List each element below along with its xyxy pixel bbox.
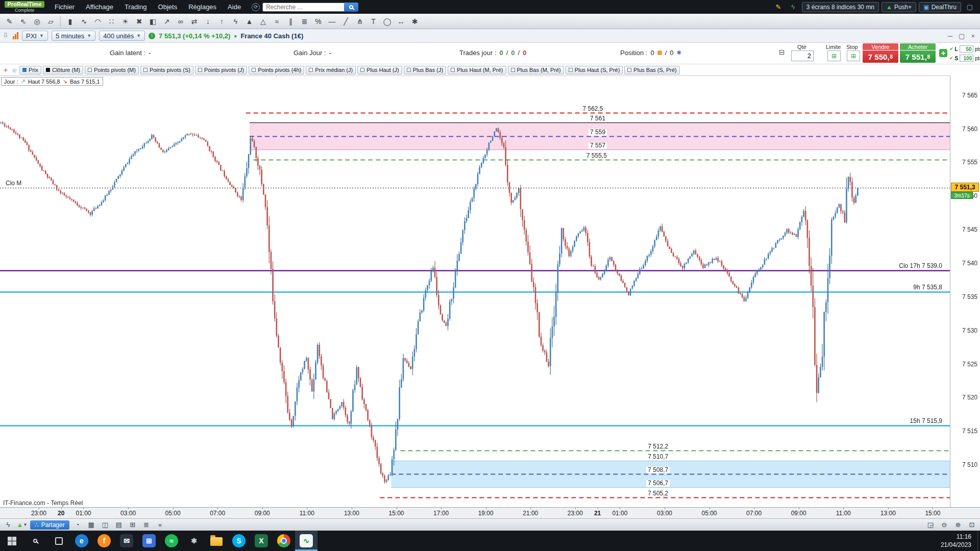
delete-objects-icon[interactable]: ✖ bbox=[133, 15, 145, 28]
excel-icon[interactable]: X bbox=[250, 531, 273, 551]
push-button[interactable]: ▲Push+ bbox=[881, 2, 916, 12]
time-axis[interactable]: 23:002001:0003:0005:0007:0009:0011:0013:… bbox=[0, 507, 980, 518]
dots-tool-icon[interactable]: ∷ bbox=[105, 15, 118, 28]
menu-item-0[interactable]: Fichier bbox=[49, 0, 80, 14]
sync-icon[interactable]: ⟳ bbox=[252, 3, 260, 11]
instrument-dropdown[interactable]: PXI▼ bbox=[22, 31, 48, 41]
indicator-tab-0[interactable]: Prix bbox=[19, 66, 41, 74]
search-input[interactable] bbox=[262, 3, 344, 12]
check-icon[interactable]: ✔ bbox=[949, 56, 953, 61]
alarm-icon[interactable]: ◔ bbox=[72, 520, 83, 530]
indicator-tab-1[interactable]: Clôture (M) bbox=[43, 66, 83, 74]
chrome-icon[interactable] bbox=[273, 531, 295, 551]
triangle-pattern-icon[interactable]: ▲ bbox=[243, 15, 256, 28]
harmonic-pattern-icon[interactable]: ◠ bbox=[91, 15, 104, 28]
close-icon[interactable]: × bbox=[971, 32, 975, 40]
zoom-tool-icon[interactable]: ◎ bbox=[31, 15, 43, 28]
tab-checkbox[interactable] bbox=[569, 68, 573, 72]
menu-item-3[interactable]: Objets bbox=[153, 0, 183, 14]
flash-icon[interactable]: ϟ bbox=[788, 2, 798, 12]
fibonacci-tool-icon[interactable]: ≣ bbox=[298, 15, 311, 28]
sell-button[interactable]: 7 550,8 bbox=[863, 51, 898, 63]
menu-item-4[interactable]: Réglages bbox=[183, 0, 222, 14]
pencil-tool-icon[interactable]: ✎ bbox=[3, 15, 16, 28]
tab-checkbox[interactable] bbox=[360, 68, 364, 72]
table-icon[interactable]: ▤ bbox=[113, 520, 125, 530]
cursor-tool-icon[interactable]: ⇖ bbox=[17, 15, 30, 28]
new-chart-icon[interactable]: ⊞ bbox=[127, 520, 138, 530]
buy-button[interactable]: 7 551,8 bbox=[900, 51, 936, 63]
trend-arrow-icon[interactable]: ↗ bbox=[160, 15, 173, 28]
tab-checkbox[interactable] bbox=[143, 68, 148, 72]
indicator-tab-8[interactable]: Plus Bas (J) bbox=[404, 66, 446, 74]
tab-search-icon[interactable]: ◎ bbox=[11, 67, 18, 73]
tab-checkbox[interactable] bbox=[198, 68, 202, 72]
eraser-tool-icon[interactable]: ▱ bbox=[44, 15, 57, 28]
order-settings-icon[interactable]: ✚ bbox=[939, 49, 947, 57]
menu-item-1[interactable]: Affichage bbox=[80, 0, 119, 14]
indicator-tab-11[interactable]: Plus Haut (S, Pré) bbox=[566, 66, 623, 74]
stop-points-input[interactable] bbox=[960, 55, 973, 62]
alert-tool-icon[interactable]: ϟ bbox=[229, 15, 242, 28]
indicator-tab-4[interactable]: Points pivots (J) bbox=[195, 66, 247, 74]
show-desktop-button[interactable] bbox=[977, 531, 980, 551]
zoom-out-icon[interactable]: ⊖ bbox=[939, 520, 950, 530]
trend-line-icon[interactable]: ╱ bbox=[339, 15, 352, 28]
pitchfork-tool-icon[interactable]: ⋔ bbox=[353, 15, 366, 28]
limit-order-button[interactable]: ⊞ bbox=[827, 51, 841, 61]
candlestick-pattern-icon[interactable]: ▮ bbox=[64, 15, 77, 28]
tab-checkbox[interactable] bbox=[252, 68, 256, 72]
sell-arrow-icon[interactable]: ↓ bbox=[202, 15, 214, 28]
quantity-input[interactable] bbox=[791, 51, 814, 61]
collapse-icon[interactable]: « bbox=[155, 520, 166, 530]
tab-checkbox[interactable] bbox=[22, 68, 27, 72]
spotify-icon[interactable]: ≈ bbox=[160, 531, 183, 551]
tab-checkbox[interactable] bbox=[309, 68, 313, 72]
zoom-in-icon[interactable]: ⊕ bbox=[952, 520, 964, 530]
mail-icon[interactable]: ✉ bbox=[115, 531, 138, 551]
tab-checkbox[interactable] bbox=[627, 68, 631, 72]
link-tool-icon[interactable]: ∞ bbox=[174, 15, 187, 28]
workspace-button[interactable]: 3 écrans 8 indices 30 mn bbox=[802, 2, 879, 12]
indicator-tab-3[interactable]: Points pivots (S) bbox=[140, 66, 193, 74]
indicator-tab-6[interactable]: Prix médian (J) bbox=[306, 66, 356, 74]
taskbar-clock[interactable]: 11:16 21/04/2023 bbox=[941, 533, 977, 549]
check-icon[interactable]: ✔ bbox=[949, 46, 953, 52]
calendar-icon[interactable]: ▦ bbox=[86, 520, 97, 530]
list-icon[interactable]: ≣ bbox=[141, 520, 152, 530]
swap-tool-icon[interactable]: ⇄ bbox=[188, 15, 201, 28]
fullscreen-icon[interactable]: ⊡ bbox=[966, 520, 977, 530]
overview-zoom-icon[interactable]: ◲ bbox=[925, 520, 936, 530]
indicator-tab-5[interactable]: Points pivots (4h) bbox=[249, 66, 304, 74]
tab-tools-icon[interactable]: ✛ bbox=[2, 67, 9, 73]
start-button[interactable] bbox=[0, 531, 23, 551]
settings-gear-icon[interactable]: ✱ bbox=[408, 15, 421, 28]
maximize-icon[interactable]: ▢ bbox=[959, 32, 965, 40]
minimize-icon[interactable]: ─ bbox=[948, 32, 952, 40]
text-tool-icon[interactable]: T bbox=[367, 15, 380, 28]
measure-tool-icon[interactable]: ↔ bbox=[395, 15, 407, 28]
zigzag-pattern-icon[interactable]: ∿ bbox=[78, 15, 90, 28]
search-button[interactable] bbox=[344, 3, 358, 12]
price-axis[interactable]: 7 5657 5607 5557 5507 5457 5407 5357 530… bbox=[950, 76, 980, 507]
tab-checkbox[interactable] bbox=[511, 68, 515, 72]
tab-checkbox[interactable] bbox=[46, 68, 50, 72]
tab-checkbox[interactable] bbox=[88, 68, 92, 72]
firefox-icon[interactable]: f bbox=[93, 531, 115, 551]
draw-mode-icon[interactable]: ✎ bbox=[773, 2, 783, 12]
indicator-tab-7[interactable]: Plus Haut (J) bbox=[357, 66, 402, 74]
horizontal-line-icon[interactable]: — bbox=[326, 15, 338, 28]
average-line-icon[interactable]: ≈ bbox=[271, 15, 283, 28]
calculator-icon[interactable]: ⊞ bbox=[138, 531, 160, 551]
order-ticket-icon[interactable]: ⊟ bbox=[779, 48, 785, 56]
dealthru-button[interactable]: ▣DealThru bbox=[919, 2, 961, 12]
menu-item-2[interactable]: Trading bbox=[119, 0, 153, 14]
file-explorer-icon[interactable] bbox=[205, 531, 228, 551]
menu-item-5[interactable]: Aide bbox=[222, 0, 247, 14]
skype-icon[interactable]: S bbox=[228, 531, 250, 551]
units-dropdown[interactable]: 400 unités▼ bbox=[99, 31, 145, 41]
chart-style-icon[interactable]: ▲▼ bbox=[16, 520, 28, 530]
timeframe-dropdown[interactable]: 5 minutes▼ bbox=[52, 31, 95, 41]
chart-plot-area[interactable]: Jour : ↗ Haut 7 556,8 ↘ Bas 7 515,1 IT-F… bbox=[0, 76, 950, 507]
buy-arrow-icon[interactable]: ↑ bbox=[215, 15, 228, 28]
